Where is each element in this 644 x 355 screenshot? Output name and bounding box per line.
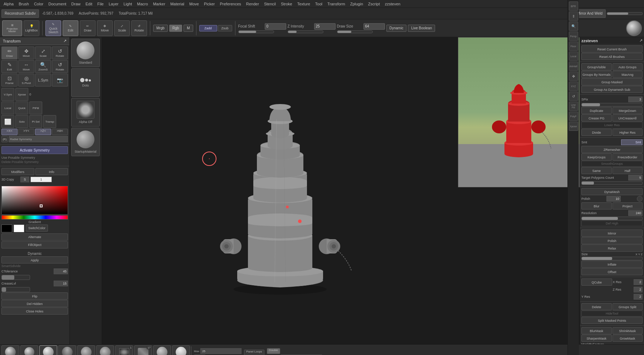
- color-picker[interactable]: [1, 186, 68, 215]
- group-masked-btn[interactable]: Group Masked: [581, 78, 643, 85]
- quick-sketch-btn[interactable]: ✎ Quick Sketch: [45, 20, 61, 36]
- dynamesh-btn[interactable]: DynaMesh: [581, 188, 643, 195]
- copy-num-input[interactable]: [30, 177, 52, 182]
- focal-shift-track[interactable]: [238, 30, 274, 33]
- uncrease-all-btn[interactable]: UnCreaseAll: [613, 114, 643, 122]
- spivot-icon-btn[interactable]: ◎S.Pivot: [18, 74, 34, 87]
- focal-shift-input[interactable]: [265, 23, 286, 30]
- crease-lvl-input[interactable]: [54, 281, 68, 286]
- merge-down-btn[interactable]: MergeDown: [613, 107, 643, 114]
- y-res-input[interactable]: [634, 294, 643, 300]
- slicecurve-btn[interactable]: SliceCurve: [77, 345, 95, 355]
- brush-startup-material[interactable]: StartupMaterial: [71, 128, 100, 156]
- draw-size-track[interactable]: [337, 30, 373, 33]
- size-slider[interactable]: [581, 257, 643, 260]
- quick-icon-btn[interactable]: Quick: [15, 102, 28, 114]
- vsym-icon-btn[interactable]: V.Sym: [1, 88, 14, 101]
- ptsel-icon-btn[interactable]: Pt Sel: [29, 115, 42, 128]
- transp-icon-btn[interactable]: Transp: [43, 115, 56, 128]
- cube-icon-btn[interactable]: ⬜: [1, 115, 14, 128]
- polyf-icon-btn[interactable]: PolyF: [569, 112, 578, 121]
- shrink-mask-btn[interactable]: ShrinkMask: [613, 327, 643, 334]
- foreground-swatch[interactable]: [1, 225, 12, 232]
- dynamic-btn[interactable]: Dynamic: [386, 25, 407, 32]
- resolution-slider[interactable]: [581, 217, 643, 220]
- menu-item-color[interactable]: Color: [32, 1, 45, 7]
- grow-mask-btn[interactable]: GrowMask: [613, 335, 643, 342]
- persp-icon-btn[interactable]: Persp: [569, 31, 578, 41]
- brush-alpha-off[interactable]: Alpha Off: [71, 98, 100, 127]
- edit-icon-btn[interactable]: ✎Edit: [1, 60, 18, 73]
- menu-item-texture[interactable]: Texture: [295, 1, 312, 7]
- lightbox-btn[interactable]: 💡 LightBox: [24, 20, 39, 36]
- max-input[interactable]: [200, 348, 241, 354]
- move-icon-btn[interactable]: ✥Move: [18, 46, 34, 59]
- linefill-icon-btn[interactable]: Line Fill: [569, 102, 578, 111]
- scroll-icon-btn[interactable]: ⇕: [569, 11, 578, 21]
- m-axis-btn[interactable]: >M<: [52, 129, 68, 135]
- mrgb-btn[interactable]: Mrgb: [153, 25, 168, 32]
- target-polygons-input[interactable]: [628, 175, 643, 181]
- delete-btn[interactable]: Delete: [581, 303, 612, 310]
- menu-item-marker[interactable]: Marker: [151, 1, 167, 7]
- alternate-btn[interactable]: Alternate: [1, 233, 68, 241]
- rotate-btn[interactable]: ↺ Rotate: [131, 20, 147, 36]
- menu-item-file[interactable]: File: [95, 1, 106, 7]
- xyz-icon-btn[interactable]: XYZ: [569, 82, 578, 91]
- menu-item-macro[interactable]: Macro: [135, 1, 150, 7]
- sharpen-mask-btn[interactable]: SharpenMask: [581, 335, 612, 342]
- fill-object-btn[interactable]: FillObject: [1, 241, 68, 248]
- move-btn[interactable]: ✥ Move: [97, 20, 113, 36]
- viewport[interactable]: [102, 37, 580, 344]
- ct-tolerance-slider[interactable]: [1, 275, 30, 280]
- z-intensity-track[interactable]: [288, 30, 323, 33]
- aahalf-icon-btn[interactable]: AAHalf: [569, 61, 578, 71]
- clipcurve-btn[interactable]: ClipCurve: [96, 345, 114, 355]
- draw-btn[interactable]: ✏ Draw: [80, 20, 96, 36]
- max-angle-btn[interactable]: MaxAng: [613, 71, 643, 78]
- frame-icon-btn[interactable]: ⊡Frame: [1, 74, 18, 87]
- mirror-btn[interactable]: Mirror: [581, 230, 643, 237]
- menu-item-alpha[interactable]: Alpha: [1, 1, 16, 7]
- menu-item-material[interactable]: Material: [168, 1, 186, 7]
- r-btn[interactable]: (R): [1, 136, 8, 142]
- reset-all-brushes-btn[interactable]: Reset All Brushes: [581, 53, 643, 60]
- zremesher-btn[interactable]: ZRemesher: [581, 146, 643, 153]
- crease-pg-btn[interactable]: Crease PG: [581, 114, 612, 122]
- activate-symmetry-btn[interactable]: Activate Symmetry: [1, 146, 68, 154]
- zsub-btn[interactable]: Zsub: [218, 25, 232, 31]
- rotate2-icon-btn[interactable]: ↺Rotate: [52, 60, 68, 73]
- claybuilddup-btn-1[interactable]: ClayBuildUp: [1, 345, 19, 355]
- blur-mask-btn[interactable]: BlurMask: [581, 327, 612, 334]
- menu-item-picker[interactable]: Picker: [202, 1, 217, 7]
- del-hidden-btn[interactable]: Del Hidden: [1, 300, 68, 307]
- divide-btn[interactable]: Divide: [581, 129, 612, 136]
- menu-item-zscript[interactable]: Zscript: [366, 1, 382, 7]
- menu-item-edit[interactable]: Edit: [83, 1, 94, 7]
- z-res-input[interactable]: [634, 287, 643, 292]
- apply-btn[interactable]: Apply: [1, 256, 68, 263]
- menu-item-zplugin[interactable]: Zplugin: [348, 1, 365, 7]
- draw-icon-btn[interactable]: ✏Draw: [1, 46, 18, 59]
- rgb-btn[interactable]: Rgb: [169, 25, 182, 32]
- double-btn[interactable]: Double: [267, 348, 280, 354]
- menu-item-layer[interactable]: Layer: [107, 1, 121, 7]
- menu-item-document[interactable]: Document: [46, 1, 68, 7]
- camera-icon-btn[interactable]: 📷: [52, 74, 68, 87]
- freeze-border-btn[interactable]: FreezeBorder: [613, 153, 643, 161]
- bpr-icon-btn[interactable]: BPR: [569, 1, 578, 11]
- m-btn[interactable]: M: [184, 25, 193, 32]
- groups-by-normals-btn[interactable]: Groups By Normals: [581, 71, 612, 78]
- reconstruct-subdiv-btn[interactable]: Reconstruct Subdiv: [1, 9, 39, 18]
- groups-split-btn[interactable]: Groups Split: [613, 303, 643, 310]
- qcube-btn[interactable]: QCube: [581, 278, 612, 286]
- zoom-icon-btn[interactable]: 🔍: [569, 21, 578, 31]
- zadd-btn[interactable]: Zadd: [199, 25, 217, 31]
- ct-tolerance-input[interactable]: [54, 268, 68, 274]
- menu-item-draw[interactable]: Draw: [69, 1, 83, 7]
- keep-groups-btn[interactable]: KeepGroups: [581, 153, 612, 161]
- spix-slider[interactable]: [581, 103, 643, 107]
- split-masked-btn[interactable]: Split Masked Points: [581, 317, 643, 324]
- half-btn[interactable]: Half: [613, 167, 643, 174]
- transform-panel-title[interactable]: Transform ↗: [0, 37, 69, 45]
